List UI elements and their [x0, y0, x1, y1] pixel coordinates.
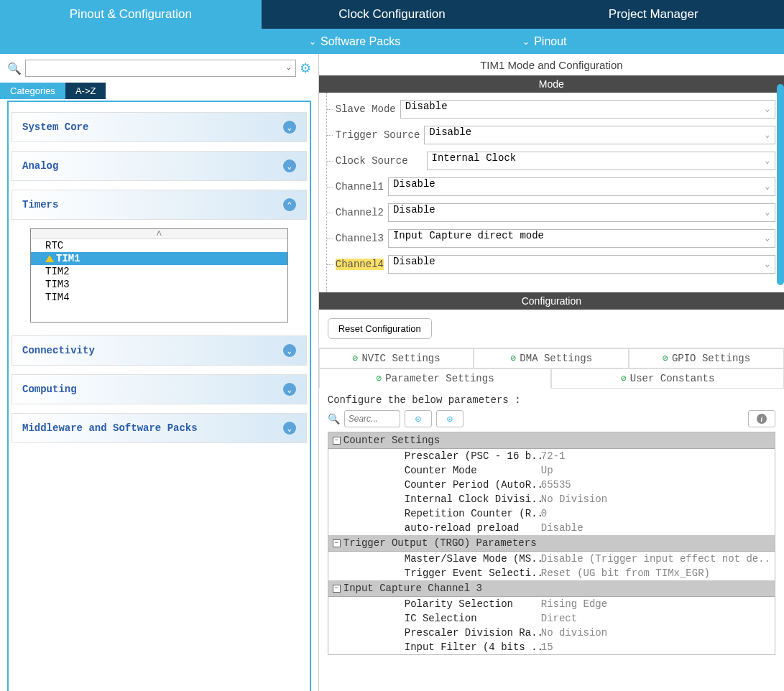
pinout-label: Pinout [534, 35, 566, 48]
search-icon: 🔍 [7, 62, 22, 75]
collapse-icon: ⌃ [283, 198, 296, 211]
timer-item-tim4[interactable]: TIM4 [31, 291, 287, 304]
param-row[interactable]: Prescaler Division Ra..No division [328, 626, 775, 640]
param-row[interactable]: IC SelectionDirect [328, 611, 775, 626]
expand-icon: ⌄ [283, 121, 296, 134]
clock-source-select[interactable]: Internal Clock [427, 152, 775, 170]
slave-mode-label: Slave Mode [336, 103, 396, 115]
tab-categories[interactable]: Categories [0, 83, 65, 99]
configuration-header: Configuration [319, 292, 784, 310]
param-row[interactable]: Counter ModeUp [328, 463, 775, 478]
param-row[interactable]: Input Filter (4 bits ..15 [328, 640, 775, 654]
channel3-select[interactable]: Input Capture direct mode [388, 229, 775, 248]
timer-item-rtc[interactable]: RTC [31, 239, 287, 252]
check-icon: ⊘ [377, 373, 382, 384]
tab-pinout-config[interactable]: Pinout & Configuration [0, 0, 262, 29]
param-row[interactable]: Counter Period (AutoR..65535 [328, 478, 775, 492]
accordion-label: Connectivity [22, 345, 95, 356]
peripheral-search-input[interactable] [25, 60, 296, 77]
expand-icon: ⌄ [283, 422, 296, 435]
check-icon: ⊘ [621, 373, 627, 384]
collapse-icon: − [333, 539, 341, 547]
check-icon: ⊘ [353, 353, 359, 364]
accordion-connectivity[interactable]: Connectivity ⌄ [11, 335, 307, 366]
pinout-dropdown[interactable]: ⌄ Pinout [522, 35, 566, 48]
slave-mode-select[interactable]: Disable [400, 100, 775, 119]
clock-source-label: Clock Source [336, 155, 408, 167]
reset-configuration-button[interactable]: Reset Configuration [328, 318, 432, 339]
scrollbar-thumb[interactable] [777, 84, 784, 285]
tab-user-constants[interactable]: ⊘User Constants [551, 368, 784, 389]
collapse-icon: − [333, 585, 341, 593]
param-row[interactable]: Trigger Event Selecti..Reset (UG bit fro… [328, 566, 775, 580]
search-icon: 🔍 [328, 413, 340, 425]
group-trigger-output[interactable]: −Trigger Output (TRGO) Parameters [328, 535, 775, 552]
software-packs-label: Software Packs [320, 35, 400, 48]
accordion-label: System Core [22, 121, 88, 133]
search-next-button[interactable]: ⊙ [436, 410, 464, 427]
left-panel: 🔍 ⌄ ⚙ Categories A->Z System Core ⌄ Anal… [0, 54, 319, 691]
accordion-label: Middleware and Software Packs [22, 422, 198, 434]
timer-item-tim3[interactable]: TIM3 [31, 278, 287, 291]
software-packs-dropdown[interactable]: ⌄ Software Packs [309, 35, 400, 48]
timer-item-tim1[interactable]: TIM1 [31, 252, 287, 265]
trigger-source-select[interactable]: Disable [424, 126, 775, 144]
group-input-capture-ch3[interactable]: −Input Capture Channel 3 [328, 580, 775, 597]
tab-dma-settings[interactable]: ⊘DMA Settings [474, 348, 629, 368]
expand-icon: ⌄ [283, 159, 296, 172]
list-scroll-up[interactable]: ᐱ [31, 229, 287, 239]
channel2-label: Channel2 [336, 207, 384, 218]
timer-item-tim2[interactable]: TIM2 [31, 265, 287, 278]
trigger-source-label: Trigger Source [336, 129, 420, 141]
mode-header: Mode [319, 75, 784, 93]
chevron-down-icon: ⌄ [309, 37, 316, 47]
accordion-label: Timers [22, 199, 58, 210]
tab-gpio-settings[interactable]: ⊘GPIO Settings [629, 348, 784, 368]
accordion-analog[interactable]: Analog ⌄ [11, 151, 307, 181]
panel-title: TIM1 Mode and Configuration [319, 54, 784, 75]
tab-nvic-settings[interactable]: ⊘NVIC Settings [319, 348, 474, 368]
accordion-timers[interactable]: Timers ⌃ [11, 190, 307, 220]
channel3-label: Channel3 [336, 233, 384, 244]
parameter-grid: −Counter Settings Prescaler (PSC - 16 b.… [328, 432, 775, 655]
param-row[interactable]: Polarity SelectionRising Edge [328, 597, 775, 611]
gear-icon[interactable]: ⚙ [300, 60, 311, 76]
chevron-down-icon: ⌄ [522, 37, 530, 47]
group-counter-settings[interactable]: −Counter Settings [328, 432, 775, 449]
info-icon: i [757, 414, 767, 424]
timer-list: ᐱ RTC TIM1 TIM2 TIM3 TIM4 [30, 228, 288, 323]
tab-project-manager[interactable]: Project Manager [522, 0, 784, 29]
param-row[interactable]: auto-reload preloadDisable [328, 521, 775, 535]
channel1-label: Channel1 [336, 181, 384, 193]
config-prompt: Configure the below parameters : [328, 394, 775, 406]
channel4-select[interactable]: Disable [388, 255, 775, 274]
check-icon: ⊘ [511, 353, 517, 364]
expand-icon: ⌄ [283, 383, 296, 396]
channel2-select[interactable]: Disable [388, 203, 775, 222]
accordion-label: Computing [22, 384, 77, 395]
tab-clock-config[interactable]: Clock Configuration [262, 0, 523, 29]
channel4-label: Channel4 [336, 259, 384, 270]
channel1-select[interactable]: Disable [388, 177, 775, 196]
tab-parameter-settings[interactable]: ⊘Parameter Settings [319, 368, 552, 389]
accordion-computing[interactable]: Computing ⌄ [11, 374, 307, 404]
check-icon: ⊘ [663, 353, 668, 364]
info-button[interactable]: i [748, 410, 775, 427]
main-tabs: Pinout & Configuration Clock Configurati… [0, 0, 784, 29]
param-search-input[interactable] [344, 410, 400, 427]
warning-icon [45, 255, 54, 262]
tab-a-to-z[interactable]: A->Z [65, 83, 106, 99]
param-row[interactable]: Prescaler (PSC - 16 b..72-1 [328, 449, 775, 463]
search-prev-button[interactable]: ⊙ [405, 410, 432, 427]
accordion-middleware[interactable]: Middleware and Software Packs ⌄ [11, 413, 307, 443]
accordion-system-core[interactable]: System Core ⌄ [11, 112, 307, 142]
expand-icon: ⌄ [283, 344, 296, 357]
param-row[interactable]: Internal Clock Divisi..No Division [328, 492, 775, 506]
param-row[interactable]: Repetition Counter (R..0 [328, 506, 775, 521]
param-row[interactable]: Master/Slave Mode (MS..Disable (Trigger … [328, 552, 775, 566]
sub-toolbar: ⌄ Software Packs ⌄ Pinout [0, 29, 784, 54]
collapse-icon: − [333, 437, 341, 445]
right-panel: TIM1 Mode and Configuration Mode Slave M… [319, 54, 784, 691]
accordion-label: Analog [22, 160, 58, 172]
